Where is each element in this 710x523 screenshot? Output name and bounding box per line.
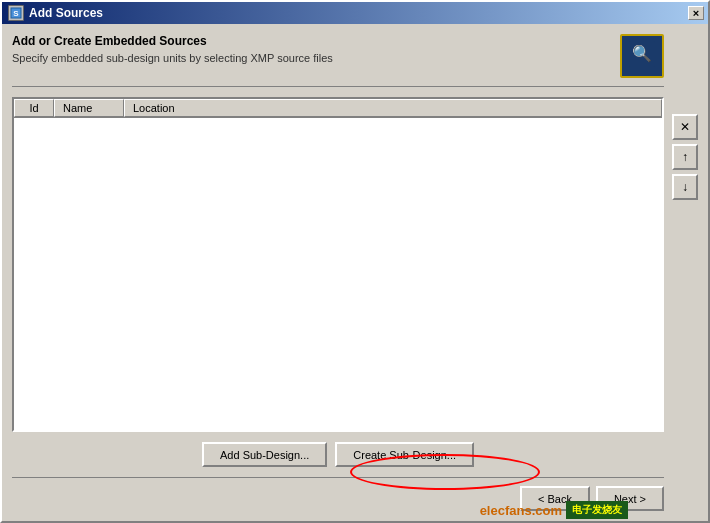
main-panel: Add or Create Embedded Sources Specify e… xyxy=(12,34,664,511)
watermark-site: elecfans.com xyxy=(480,503,562,518)
col-header-location[interactable]: Location xyxy=(124,99,662,117)
svg-text:🔍: 🔍 xyxy=(632,44,652,63)
header-section: Add or Create Embedded Sources Specify e… xyxy=(12,34,664,87)
right-panel: ✕ ↑ ↓ xyxy=(672,114,698,511)
titlebar-left: S Add Sources xyxy=(8,5,103,21)
table-body xyxy=(14,118,662,430)
titlebar-icon: S xyxy=(8,5,24,21)
watermark-badge: 电子发烧友 xyxy=(566,501,628,519)
delete-button[interactable]: ✕ xyxy=(672,114,698,140)
up-arrow-icon: ↑ xyxy=(682,150,688,164)
delete-icon: ✕ xyxy=(680,120,690,134)
watermark: elecfans.com 电子发烧友 xyxy=(480,501,628,519)
titlebar: S Add Sources × xyxy=(2,2,708,24)
add-sub-design-button[interactable]: Add Sub-Design... xyxy=(202,442,327,467)
move-down-button[interactable]: ↓ xyxy=(672,174,698,200)
close-button[interactable]: × xyxy=(688,6,704,20)
header-logo: 🔍 xyxy=(620,34,664,78)
window-title: Add Sources xyxy=(29,6,103,20)
down-arrow-icon: ↓ xyxy=(682,180,688,194)
header-subtitle: Specify embedded sub-design units by sel… xyxy=(12,52,620,64)
move-up-button[interactable]: ↑ xyxy=(672,144,698,170)
sources-table: Id Name Location xyxy=(12,97,664,432)
col-header-name[interactable]: Name xyxy=(54,99,124,117)
table-header: Id Name Location xyxy=(14,99,662,118)
header-title: Add or Create Embedded Sources xyxy=(12,34,620,48)
header-logo-icon: 🔍 xyxy=(627,39,657,74)
col-header-id[interactable]: Id xyxy=(14,99,54,117)
svg-text:S: S xyxy=(13,9,19,18)
header-text: Add or Create Embedded Sources Specify e… xyxy=(12,34,620,64)
action-buttons: Add Sub-Design... Create Sub-Design... xyxy=(12,442,664,467)
create-sub-design-button[interactable]: Create Sub-Design... xyxy=(335,442,474,467)
content-area: Add or Create Embedded Sources Specify e… xyxy=(2,24,708,521)
main-window: S Add Sources × Add or Create Embedded S… xyxy=(0,0,710,523)
